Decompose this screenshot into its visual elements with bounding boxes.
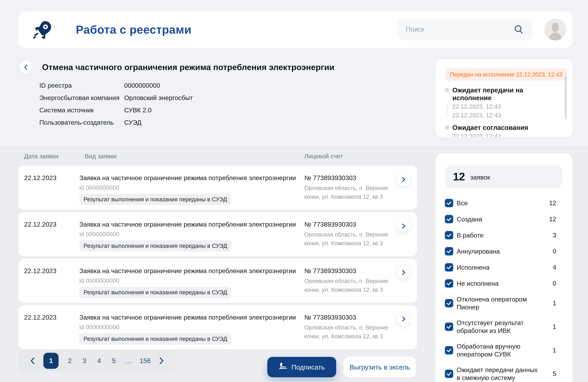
status-filter-item[interactable]: Все 12 (445, 199, 562, 207)
status-filter-item[interactable]: Создана 12 (445, 215, 562, 223)
filter-label: В работе (457, 231, 543, 239)
timeline-dot-icon (445, 88, 449, 92)
application-status-tag: Результат выполнения и показания передан… (79, 333, 231, 344)
timeline-event-dates: 22.12.2023, 12:4322.12.2023, 12:43 (452, 133, 555, 137)
sign-button[interactable]: Подписать (267, 357, 336, 377)
application-row[interactable]: 22.12.2023 Заявка на частичное ограничен… (18, 305, 417, 349)
checked-checkbox-icon[interactable] (445, 279, 453, 288)
user-avatar[interactable] (544, 19, 566, 40)
timeline-dot-icon (445, 125, 449, 129)
registry-page: Работа с реестрами Отмена частичного огр… (0, 0, 588, 382)
application-id: id 0000000000 (79, 277, 119, 284)
info-label: Система источник (39, 106, 124, 115)
checked-checkbox-icon[interactable] (445, 199, 453, 207)
back-button[interactable] (19, 60, 33, 74)
scrollbar-thumb[interactable] (565, 76, 567, 119)
application-row[interactable]: 22.12.2023 Заявка на частичное ограничен… (18, 166, 417, 210)
export-button-label: Выгрузить в эксель (350, 363, 410, 371)
filter-count: 1 (546, 300, 556, 307)
filter-count: 12 (546, 199, 556, 207)
filter-label: Обработана вручную оператором СУВК (457, 342, 543, 358)
timeline-event-date: 22.12.2023, 12:43 (452, 103, 555, 110)
search-icon[interactable] (513, 23, 525, 35)
sign-button-label: Подписать (292, 363, 325, 371)
filter-label: Создана (457, 215, 543, 223)
row-open-button[interactable] (397, 312, 410, 325)
account-address: Орловская область, п. Верхние кочки, ул.… (304, 184, 389, 201)
status-filter-item[interactable]: Исполнена 4 (445, 263, 562, 272)
applications-count-label: заявок (470, 172, 490, 181)
account-address: Орловская область, п. Верхние кочки, ул.… (304, 277, 389, 294)
applications-count: 12 (453, 170, 465, 183)
account-number: № 773893930303 (304, 174, 356, 182)
application-type: Заявка на частичное ограничение режима п… (79, 221, 296, 228)
timeline-event-date: 22.12.2023, 12:43 (452, 133, 555, 137)
info-label: Пользователь-создатель (39, 118, 124, 127)
pagination-page: ... (125, 357, 132, 365)
timeline-event-title: Ожидает согласования (452, 124, 555, 131)
row-open-button[interactable] (397, 173, 410, 186)
status-filter-item[interactable]: Аннулирована 0 (445, 247, 562, 255)
timeline-event-dates: 22.12.2023, 12:4322.12.2023, 12:43 (452, 103, 555, 119)
status-filter-item[interactable]: Ожидает передачи данных в смежную систем… (445, 366, 562, 382)
pagination-page[interactable]: 2 (66, 357, 73, 365)
status-filter-item[interactable]: В работе 3 (445, 231, 562, 239)
info-row: Пользователь-создатель СУЭД (39, 118, 298, 127)
filter-count: 0 (546, 280, 556, 287)
filter-count: 4 (546, 264, 556, 271)
status-filter-item[interactable]: Не исполнена 0 (445, 279, 562, 288)
pagination-page[interactable]: 4 (95, 357, 103, 365)
checked-checkbox-icon[interactable] (445, 370, 453, 378)
application-id: id 0000000000 (79, 184, 119, 191)
filter-label: Исполнена (457, 263, 543, 271)
pagination: 12345...156 (18, 350, 176, 372)
checked-checkbox-icon[interactable] (445, 215, 453, 223)
checked-checkbox-icon[interactable] (445, 346, 453, 354)
search-input[interactable] (406, 18, 506, 40)
column-header-date: Дата заявки (24, 153, 59, 160)
status-timeline-card: Передан на исполнение 22.12.2023, 12:43 … (436, 59, 572, 137)
application-row[interactable]: 22.12.2023 Заявка на частичное ограничен… (18, 259, 417, 303)
pagination-next-icon[interactable] (158, 357, 165, 365)
application-status-tag: Результат выполнения и показания передан… (79, 194, 231, 205)
pagination-prev-icon[interactable] (30, 357, 36, 365)
pagination-page[interactable]: 156 (140, 357, 151, 365)
column-header-type: Вид заявки (85, 153, 117, 160)
status-filter-item[interactable]: Отклонена оператором Пионер 1 (445, 295, 562, 311)
checked-checkbox-icon[interactable] (445, 247, 453, 255)
info-value: СУЭД (124, 118, 141, 127)
status-filter-item[interactable]: Отсутствует результат обработки из ИВК 1 (445, 319, 562, 335)
filter-label: Отсутствует результат обработки из ИВК (457, 319, 543, 335)
checked-checkbox-icon[interactable] (445, 299, 453, 307)
application-id: id 0000000000 (79, 231, 119, 238)
rocket-logo-icon (32, 20, 54, 41)
checked-checkbox-icon[interactable] (445, 231, 453, 239)
account-number: № 773893930303 (304, 267, 356, 275)
info-value: 0000000000 (124, 81, 160, 90)
checked-checkbox-icon[interactable] (445, 322, 453, 331)
info-value: СУВК 2.0 (124, 106, 152, 115)
status-filter-item[interactable]: Обработана вручную оператором СУВК 1 (445, 342, 562, 358)
signature-icon (279, 362, 288, 372)
timeline-event-title: Ожидает передачи на исполнение (452, 86, 555, 102)
application-id: id 0000000000 (79, 324, 119, 331)
account-number: № 773893930303 (304, 221, 356, 228)
application-date: 22.12.2023 (24, 314, 56, 321)
filters-card: 12 заявок Все 12 Создана 12 В работе 3 (436, 153, 572, 382)
pagination-page[interactable]: 5 (110, 357, 117, 365)
checked-checkbox-icon[interactable] (445, 263, 453, 272)
filter-count: 1 (546, 323, 556, 330)
account-address: Орловская область, п. Верхние кочки, ул.… (304, 230, 389, 248)
pagination-page[interactable]: 1 (43, 353, 59, 369)
info-row: Энергосбытовая компания Орловский энерго… (39, 94, 298, 102)
app-header: Работа с реестрами (18, 11, 572, 48)
export-excel-button[interactable]: Выгрузить в эксель (344, 357, 416, 377)
application-date: 22.12.2023 (24, 267, 56, 275)
status-filter-list: Все 12 Создана 12 В работе 3 Аннулирован… (445, 199, 562, 382)
row-open-button[interactable] (397, 220, 410, 232)
row-open-button[interactable] (397, 266, 410, 279)
pagination-page[interactable]: 3 (81, 357, 88, 365)
registry-info-grid: ID реестра 0000000000 Энергосбытовая ком… (39, 81, 298, 131)
application-row[interactable]: 22.12.2023 Заявка на частичное ограничен… (18, 212, 417, 256)
info-label: Энергосбытовая компания (39, 94, 124, 102)
